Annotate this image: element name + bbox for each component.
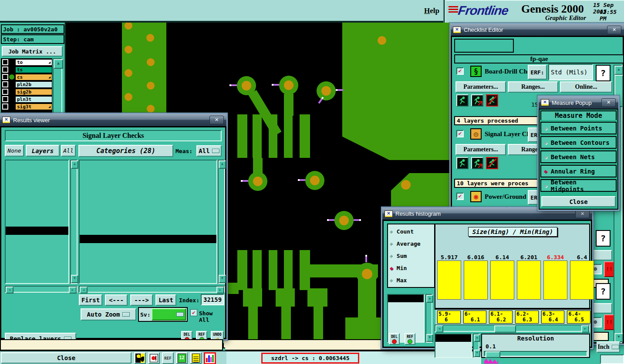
via-marker[interactable]	[279, 76, 298, 95]
online-button-4-fragment[interactable]	[592, 250, 612, 260]
ref-off-icon[interactable]: REF	[162, 352, 174, 364]
check-enabled-1[interactable]: ✔	[456, 67, 464, 75]
rv-category-item[interactable]	[80, 169, 216, 177]
layer-checkbox[interactable]	[2, 59, 8, 65]
rv-category-item[interactable]	[80, 227, 216, 235]
scroll-thumb[interactable]	[494, 325, 516, 333]
layer-name[interactable]: cs	[15, 74, 52, 80]
rv-category-item[interactable]	[80, 210, 216, 218]
rv-layer-item[interactable]	[6, 210, 68, 218]
via-marker[interactable]	[317, 81, 336, 100]
rv-category-item[interactable]	[80, 235, 216, 243]
measure-of-item[interactable]	[435, 349, 471, 357]
rv-category-scrollbar[interactable]: ▲ ▼	[218, 160, 225, 284]
histogram-bar[interactable]: 5.917	[437, 254, 461, 300]
stat-mode-option[interactable]: ◆Average	[390, 237, 432, 250]
rv-category-item[interactable]	[80, 260, 216, 268]
run-check-stop-icon[interactable]	[486, 94, 498, 107]
sv-color-dropdown[interactable]	[152, 308, 186, 321]
meas-dropdown[interactable]: All	[196, 145, 222, 157]
filter-layers-button[interactable]: Layers	[26, 145, 60, 157]
rv-category-item[interactable]	[80, 276, 216, 284]
layer-row[interactable]: pln3t◢	[1, 96, 52, 103]
stat-mode-option[interactable]: ◆Max	[390, 274, 432, 286]
prev-button[interactable]: <---	[105, 294, 128, 306]
layer-name[interactable]: to	[15, 59, 52, 66]
rv-layer-scrollbar[interactable]: ▲ ▼	[70, 160, 78, 284]
help-button-1[interactable]: ?	[596, 65, 611, 81]
layer-row[interactable]: pln2b◢	[1, 81, 52, 88]
scroll-right-icon[interactable]: ►	[581, 325, 589, 333]
histogram-close-icon[interactable]: ✕	[575, 210, 590, 218]
alert-button-5[interactable]: !!	[604, 314, 614, 330]
rv-layer-item[interactable]	[6, 177, 68, 185]
resolution-slider[interactable]	[484, 351, 587, 357]
scroll-right-icon[interactable]: ►	[216, 287, 224, 294]
series-scrollbar[interactable]: ▲ ▼	[425, 294, 432, 343]
measure-popup-close-icon[interactable]: ✕	[601, 98, 616, 107]
rv-layer-item[interactable]	[6, 185, 68, 194]
auto-zoom-dropdown[interactable]: Auto Zoom	[81, 308, 136, 321]
stat-mode-option[interactable]: ◆Sum	[390, 250, 432, 262]
scroll-left-icon[interactable]: ◄	[435, 325, 443, 333]
parameters-button-2[interactable]: Parameters...	[455, 144, 506, 155]
layer-name[interactable]: pln2b	[15, 81, 52, 88]
rv-layer-item[interactable]	[6, 218, 68, 227]
rv-layer-hscroll[interactable]: ◄ ►	[5, 286, 78, 293]
layer-row[interactable]: cs◢	[1, 73, 52, 80]
online-button-1[interactable]: Online...	[560, 81, 612, 93]
rv-category-item[interactable]	[80, 268, 216, 276]
layer-name[interactable]: pln3t	[15, 96, 52, 103]
layer-checkbox[interactable]	[2, 74, 8, 80]
layers-count-icon[interactable]: 12	[176, 352, 188, 364]
scroll-left-icon[interactable]: ◄	[6, 287, 13, 294]
rv-category-item[interactable]	[80, 251, 216, 260]
scroll-down-icon[interactable]: ▼	[71, 275, 78, 283]
measure-mode-option[interactable]: ◆Annular Ring	[540, 165, 617, 177]
results-viewer-close-icon[interactable]: ✕	[209, 116, 224, 124]
contrast-icon[interactable]	[134, 352, 146, 364]
measure-popup-titlebar[interactable]: ✕ Measure Popup ✕	[539, 97, 618, 109]
help-button-4[interactable]: ?	[596, 230, 611, 247]
measure-of-item[interactable]	[435, 342, 471, 349]
rv-layer-item[interactable]	[6, 227, 68, 235]
job-matrix-button[interactable]: Job Matrix ...	[2, 46, 63, 57]
scroll-down-icon[interactable]: ▼	[614, 333, 623, 342]
rv-category-item[interactable]	[80, 202, 216, 210]
help-button-5[interactable]: ?	[596, 283, 611, 300]
scroll-down-icon[interactable]: ▼	[426, 334, 433, 342]
layer-checkbox[interactable]	[2, 89, 8, 95]
scroll-right-icon[interactable]: ►	[69, 287, 77, 294]
next-button[interactable]: --->	[130, 294, 153, 306]
layer-name[interactable]: sig2b	[15, 89, 52, 95]
run-check-stop-icon[interactable]	[486, 157, 498, 169]
check-enabled-2[interactable]: ✔	[456, 130, 464, 137]
series-item[interactable]	[388, 295, 424, 302]
categories-header-button[interactable]: Categories (28)	[78, 145, 173, 157]
stat-mode-option[interactable]: ◆Count	[390, 225, 432, 237]
rv-category-hscroll[interactable]: ◄ ►	[79, 286, 225, 293]
scroll-left-icon[interactable]: ◄	[80, 287, 88, 294]
rv-category-item[interactable]	[80, 218, 216, 227]
close-button[interactable]: Close	[1, 352, 132, 364]
rv-category-item[interactable]	[80, 177, 216, 185]
erf-value-field-1[interactable]: Std (Mils)	[548, 64, 593, 80]
scroll-up-icon[interactable]: ▲	[614, 66, 623, 75]
units-button[interactable]: Inch	[597, 341, 620, 353]
rv-category-item[interactable]	[80, 185, 216, 194]
filter-all-button[interactable]: All	[61, 145, 76, 157]
checklist-titlebar[interactable]: ✕ Checklist Editor ✕	[451, 24, 624, 36]
parameters-button-1[interactable]: Parameters...	[455, 81, 506, 93]
histogram-titlebar[interactable]: ✕ Results histogram ✕	[382, 208, 592, 220]
notes-icon[interactable]	[190, 352, 202, 364]
run-check-arrow-icon[interactable]	[471, 157, 483, 169]
rv-category-item[interactable]	[80, 194, 216, 202]
slider-thumb[interactable]	[486, 351, 500, 358]
scroll-down-icon[interactable]: ▼	[219, 275, 226, 283]
measure-popup-close-button[interactable]: Close	[541, 196, 616, 207]
layer-row[interactable]: sig2b◢	[1, 88, 52, 95]
run-check-icon[interactable]	[456, 157, 469, 169]
histogram-bar[interactable]: 6.334	[543, 254, 567, 300]
scroll-down-icon[interactable]: ▼	[474, 350, 480, 357]
scroll-up-icon[interactable]: ▲	[219, 160, 226, 169]
